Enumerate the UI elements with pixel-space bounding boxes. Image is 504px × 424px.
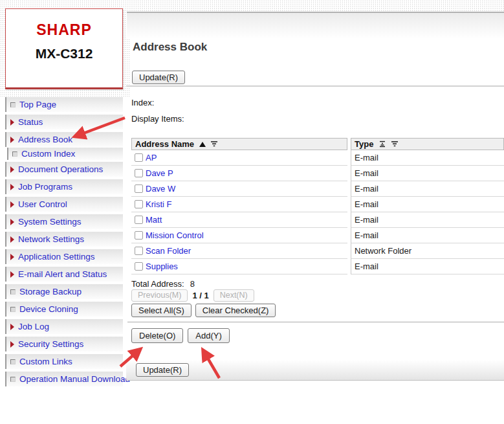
address-name-cell: Dave W (131, 181, 347, 197)
triangle-bullet-icon (10, 236, 14, 243)
address-type-value: E-mail (355, 199, 378, 209)
address-book-page: SHARP MX-C312 Top PageStatusAddress Book… (0, 0, 504, 424)
sidebar-item-network-settings[interactable]: Network Settings (5, 232, 123, 247)
sidebar-item-system-settings[interactable]: System Settings (5, 214, 123, 229)
address-type-value: E-mail (355, 215, 378, 225)
sidebar: Top PageStatusAddress BookCustom IndexDo… (5, 97, 123, 389)
triangle-bullet-icon (10, 254, 14, 260)
square-bullet-icon (12, 151, 17, 157)
sidebar-item-custom-links[interactable]: Custom Links (5, 354, 123, 369)
column-header-label: Address Name (135, 139, 194, 149)
sidebar-item-label: E-mail Alert and Status (18, 269, 107, 279)
sidebar-item-label: Status (18, 117, 43, 127)
address-name-link[interactable]: Mission Control (146, 230, 204, 240)
address-table: Address Name Type (131, 138, 504, 274)
address-type-cell: E-mail (351, 259, 504, 274)
sidebar-item-top-page[interactable]: Top Page (5, 97, 123, 112)
sidebar-item-e-mail-alert-and-status[interactable]: E-mail Alert and Status (5, 267, 123, 282)
address-type-cell: Network Folder (351, 243, 504, 259)
action-buttons: Delete(O) Add(Y) (131, 328, 230, 343)
row-checkbox[interactable] (135, 262, 143, 271)
previous-page-button[interactable]: Previous(M) (131, 289, 188, 302)
sidebar-item-user-control[interactable]: User Control (5, 197, 123, 212)
sidebar-item-label: Operation Manual Download (19, 374, 130, 384)
row-checkbox[interactable] (135, 216, 143, 224)
row-checkbox[interactable] (135, 153, 143, 162)
table-row: Dave PE-mail (131, 166, 504, 181)
address-name-link[interactable]: Dave W (146, 184, 175, 194)
sidebar-item-label: Custom Links (19, 357, 72, 366)
filter-icon[interactable] (391, 140, 399, 148)
address-name-cell: Scan Folder (131, 243, 347, 259)
triangle-bullet-icon (10, 219, 14, 225)
sortable-icon[interactable] (378, 140, 386, 148)
device-model: MX-C312 (6, 46, 122, 61)
sidebar-item-application-settings[interactable]: Application Settings (5, 249, 123, 264)
table-row: Kristi FE-mail (131, 197, 504, 212)
sidebar-item-status[interactable]: Status (5, 115, 123, 129)
sidebar-item-security-settings[interactable]: Security Settings (5, 337, 123, 351)
sidebar-item-label: Custom Index (21, 149, 75, 159)
row-checkbox[interactable] (135, 231, 143, 240)
address-name-link[interactable]: Matt (146, 215, 162, 225)
address-name-link[interactable]: Scan Folder (146, 246, 191, 256)
triangle-bullet-icon (10, 119, 14, 126)
square-bullet-icon (10, 359, 16, 364)
table-row: SuppliesE-mail (131, 259, 504, 274)
content-header-gradient (127, 13, 504, 39)
sidebar-item-operation-manual-download[interactable]: Operation Manual Download (5, 372, 123, 386)
square-bullet-icon (10, 289, 16, 295)
clear-checked-button[interactable]: Clear Checked(Z) (195, 304, 276, 317)
add-button[interactable]: Add(Y) (188, 328, 229, 343)
total-address-line: Total Address:8 (131, 279, 195, 289)
address-name-link[interactable]: Supplies (146, 262, 178, 271)
column-header-type[interactable]: Type (351, 138, 504, 150)
sidebar-item-label: Job Programs (18, 182, 72, 192)
address-name-link[interactable]: AP (146, 153, 157, 162)
bottom-toolbar: Update(R) (126, 360, 504, 381)
column-header-address-name[interactable]: Address Name (131, 138, 347, 150)
row-checkbox[interactable] (135, 184, 143, 193)
sidebar-item-label: Top Page (19, 100, 56, 109)
address-name-cell: Supplies (131, 259, 347, 274)
update-button-top[interactable]: Update(R) (132, 71, 185, 84)
address-type-value: E-mail (355, 184, 378, 194)
sidebar-item-label: System Settings (18, 217, 82, 227)
triangle-bullet-icon (10, 324, 14, 330)
address-name-link[interactable]: Dave P (146, 168, 173, 178)
sidebar-item-storage-backup[interactable]: Storage Backup (5, 284, 123, 299)
sidebar-item-job-log[interactable]: Job Log (5, 319, 123, 334)
address-type-cell: E-mail (351, 181, 504, 197)
sidebar-item-custom-index[interactable]: Custom Index (7, 148, 123, 160)
sidebar-item-label: User Control (18, 199, 67, 209)
address-name-link[interactable]: Kristi F (146, 199, 171, 209)
total-address-label: Total Address: (131, 279, 184, 289)
triangle-bullet-icon (10, 137, 14, 143)
next-page-button[interactable]: Next(N) (214, 289, 254, 302)
address-type-value: E-mail (355, 230, 378, 240)
sidebar-item-address-book[interactable]: Address Book (5, 132, 123, 147)
triangle-bullet-icon (10, 341, 14, 348)
sidebar-item-document-operations[interactable]: Document Operations (5, 162, 123, 177)
pagination: Previous(M) 1 / 1 Next(N) (131, 289, 254, 302)
address-name-cell: Dave P (131, 166, 347, 181)
table-row: Scan FolderNetwork Folder (131, 243, 504, 259)
delete-button[interactable]: Delete(O) (131, 328, 183, 343)
address-type-value: E-mail (355, 153, 378, 162)
address-type-cell: E-mail (351, 197, 504, 212)
row-checkbox[interactable] (135, 169, 143, 177)
filter-icon[interactable] (210, 140, 218, 148)
square-bullet-icon (10, 102, 16, 107)
update-button-bottom[interactable]: Update(R) (136, 363, 189, 377)
address-type-cell: E-mail (351, 150, 504, 166)
address-name-cell: Mission Control (131, 228, 347, 243)
row-checkbox[interactable] (135, 200, 143, 208)
sidebar-item-label: Application Settings (18, 252, 95, 262)
sort-ascending-icon[interactable] (199, 142, 206, 147)
select-all-button[interactable]: Select All(S) (131, 304, 192, 317)
sidebar-item-job-programs[interactable]: Job Programs (5, 179, 123, 194)
address-name-cell: Matt (131, 212, 347, 228)
square-bullet-icon (10, 377, 16, 382)
row-checkbox[interactable] (135, 247, 143, 255)
sidebar-item-device-cloning[interactable]: Device Cloning (5, 302, 123, 317)
